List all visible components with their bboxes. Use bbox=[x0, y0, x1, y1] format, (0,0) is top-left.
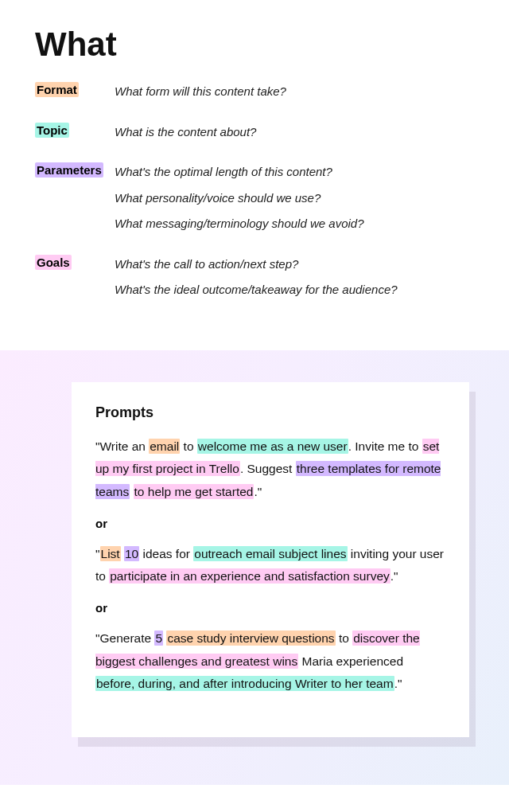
prompt-text: ." bbox=[390, 569, 398, 583]
prompt-text: to bbox=[336, 631, 353, 645]
prompt-text: "Write an bbox=[95, 439, 149, 453]
definitions-section: FormatWhat form will this content take?T… bbox=[0, 83, 509, 350]
definition-row: ParametersWhat's the optimal length of t… bbox=[35, 163, 474, 241]
prompt-separator: or bbox=[95, 517, 445, 530]
page-title: What bbox=[0, 0, 509, 83]
highlighted-text: email bbox=[149, 439, 180, 454]
highlighted-text: before, during, and after introducing Wr… bbox=[95, 676, 394, 691]
prompts-card: Prompts "Write an email to welcome me as… bbox=[72, 382, 469, 737]
definition-question: What's the optimal length of this conten… bbox=[115, 163, 474, 182]
prompt-text: to bbox=[180, 439, 197, 453]
prompt-text bbox=[130, 485, 133, 498]
definition-row: TopicWhat is the content about? bbox=[35, 123, 474, 150]
definition-questions: What's the optimal length of this conten… bbox=[115, 163, 474, 241]
definition-question: What form will this content take? bbox=[115, 83, 474, 101]
prompt-example: "List 10 ideas for outreach email subjec… bbox=[95, 543, 445, 588]
highlighted-text: 10 bbox=[124, 546, 139, 561]
definition-label: Goals bbox=[35, 255, 72, 270]
highlighted-text: List bbox=[100, 546, 121, 561]
definition-questions: What's the call to action/next step?What… bbox=[115, 256, 474, 307]
prompts-section: Prompts "Write an email to welcome me as… bbox=[0, 350, 509, 785]
prompt-text: ideas for bbox=[139, 547, 193, 560]
prompt-text: " bbox=[95, 547, 100, 560]
definition-question: What's the call to action/next step? bbox=[115, 256, 474, 274]
prompt-example: "Generate 5 case study interview questio… bbox=[95, 627, 445, 696]
definition-question: What personality/voice should we use? bbox=[115, 189, 474, 208]
definition-label: Parameters bbox=[35, 162, 103, 178]
prompt-example: "Write an email to welcome me as a new u… bbox=[95, 435, 445, 504]
prompts-heading: Prompts bbox=[95, 404, 445, 421]
prompt-text: ." bbox=[394, 677, 402, 690]
prompt-separator: or bbox=[95, 601, 445, 615]
prompt-text: "Generate bbox=[95, 631, 154, 645]
prompt-text: . Invite me to bbox=[348, 439, 422, 453]
definition-questions: What is the content about? bbox=[115, 123, 474, 150]
definition-row: GoalsWhat's the call to action/next step… bbox=[35, 256, 474, 307]
definition-row: FormatWhat form will this content take? bbox=[35, 83, 474, 109]
highlighted-text: outreach email subject lines bbox=[193, 546, 347, 561]
definition-question: What messaging/terminology should we avo… bbox=[115, 215, 474, 233]
prompt-text: . Suggest bbox=[240, 462, 296, 475]
highlighted-text: to help me get started bbox=[134, 484, 254, 499]
highlighted-text: case study interview questions bbox=[166, 630, 335, 646]
prompt-text: Maria experienced bbox=[298, 654, 403, 668]
definition-question: What is the content about? bbox=[115, 123, 474, 142]
definition-question: What's the ideal outcome/takeaway for th… bbox=[115, 281, 474, 299]
highlighted-text: 5 bbox=[154, 630, 163, 646]
definition-label: Format bbox=[35, 82, 79, 97]
definition-label: Topic bbox=[35, 123, 69, 138]
highlighted-text: welcome me as a new user bbox=[197, 439, 348, 454]
highlighted-text: participate in an experience and satisfa… bbox=[109, 568, 390, 584]
prompt-text: ." bbox=[254, 485, 262, 498]
definition-questions: What form will this content take? bbox=[115, 83, 474, 109]
